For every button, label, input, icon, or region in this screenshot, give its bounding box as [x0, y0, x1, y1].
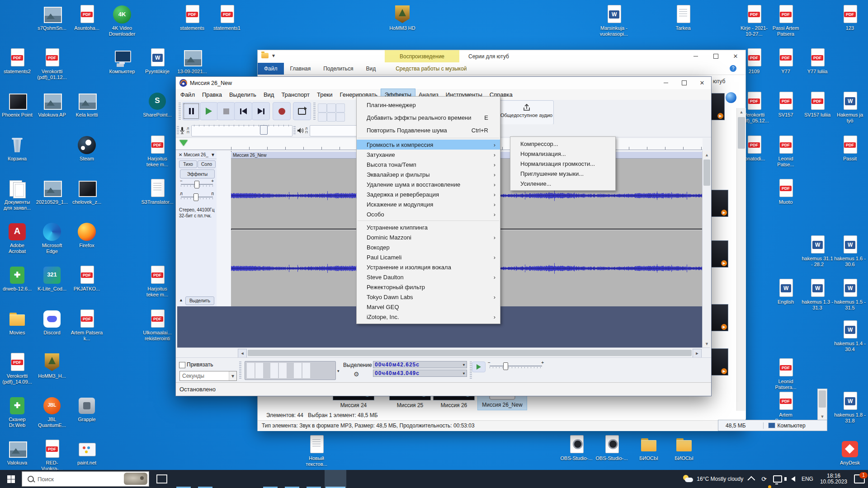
desktop-icon[interactable]: S3Translator... [140, 178, 175, 205]
desktop-icon[interactable]: Verokortti (pdf)_14.09... [0, 352, 34, 385]
desktop-icon[interactable]: chelovek_z... [70, 178, 104, 205]
desktop-icon[interactable]: 123 [833, 5, 867, 31]
taskbar-explorer[interactable] [173, 470, 194, 488]
toolbar-grip[interactable] [293, 126, 296, 135]
desktop-icon[interactable]: hakemus 1.6 - 30.6 [833, 235, 867, 267]
ribbon-tab[interactable]: Поделиться [317, 63, 359, 75]
desktop-icon[interactable]: PKJATKO... [70, 265, 104, 292]
desktop-icon[interactable]: Y77 [769, 48, 803, 75]
desktop-icon[interactable]: Steam [70, 135, 104, 162]
menu-item-repeat-noise-suppression[interactable]: Повторить Подавление шума Ctrl+R [357, 124, 500, 136]
taskbar-clock[interactable]: 18:16 10.05.2023 [816, 473, 851, 485]
desktop-icon[interactable]: Y77 luliia [800, 48, 835, 75]
submenu-item-auto-duck[interactable]: Приглушение музыки... [510, 169, 615, 178]
desktop-icon[interactable]: Harjoitus tekee m... [140, 135, 175, 168]
menu-item-volume-and-compression[interactable]: Громкость и компрессия › [357, 140, 500, 150]
desktop-icon[interactable]: Документы для заявл... [0, 178, 34, 211]
explorer-vertical-scrollbar[interactable]: ▲ ▼ [736, 108, 746, 419]
track-select-button[interactable]: Выделить [185, 296, 214, 305]
task-view-button[interactable] [151, 470, 173, 488]
desktop-icon[interactable]: paint.net [70, 439, 104, 466]
desktop-icon[interactable]: Artem Patsera k... [70, 309, 104, 342]
menu-item-eq-filters[interactable]: Эквалайзер и фильтры › [357, 169, 500, 179]
taskbar-steam[interactable] [259, 470, 281, 488]
menu-item-dominic-mazzoni[interactable]: Dominic Mazzoni › [357, 232, 500, 242]
effects-menu-item[interactable] [358, 138, 499, 138]
scrollbar-thumb[interactable] [738, 117, 745, 149]
desktop-icon[interactable]: Корзина [0, 135, 34, 162]
mute-button[interactable]: Тихо [179, 160, 197, 168]
selection-format-combo[interactable]: Секунды▾ [179, 371, 237, 381]
video-thumbnail[interactable] [711, 348, 728, 375]
desktop-icon[interactable]: HoMM3_H... [35, 352, 69, 379]
tray-expand-button[interactable] [746, 470, 758, 488]
pan-slider[interactable]: л п [179, 192, 215, 202]
selection-tool-icon[interactable] [318, 103, 327, 113]
desktop-icon[interactable]: hakemus 1.5 - 31.5 [833, 278, 867, 311]
desktop-icon[interactable]: s7QshmSn... [35, 5, 69, 31]
desktop-icon[interactable]: Valokuva AP [35, 91, 69, 118]
desktop-icon[interactable]: SharePoint... [140, 91, 175, 118]
taskbar-media-player[interactable] [238, 470, 259, 488]
video-thumbnail[interactable] [711, 190, 728, 217]
toolbar-grip[interactable] [177, 126, 179, 135]
submenu-item-compressor[interactable]: Компрессор... [510, 139, 615, 149]
gain-slider-thumb[interactable] [194, 181, 199, 188]
selection-settings-gear-icon[interactable]: ⚙ [354, 371, 359, 378]
desktop-icon[interactable]: Asuntoha... [70, 5, 104, 31]
track-menu-icon[interactable]: ▼ [211, 152, 215, 157]
video-thumbnail[interactable] [711, 240, 728, 267]
desktop-icon[interactable]: statements1 [210, 5, 244, 31]
globe-file-icon[interactable] [726, 92, 736, 103]
volume-icon[interactable] [785, 470, 798, 488]
minimize-button[interactable] [686, 50, 706, 62]
desktop-icon[interactable]: 13-09-2021... [175, 48, 209, 75]
desktop-icon[interactable]: Pyyntökirje [140, 48, 175, 75]
desktop-icon[interactable]: Tarkea [666, 5, 700, 31]
menu-item-noise-removal[interactable]: Удаление шума и восстановление › [357, 179, 500, 189]
qat-customize-icon[interactable]: ▾ [272, 52, 275, 59]
quick-access-toolbar[interactable]: ▾ [261, 52, 275, 59]
menu-item-distortion-modulation[interactable]: Искажение и модуляция › [357, 199, 500, 209]
solo-button[interactable]: Соло [198, 160, 216, 168]
submenu-item-amplify[interactable]: Усиление... [510, 178, 615, 188]
pause-button[interactable] [182, 102, 200, 120]
desktop-icon[interactable]: Hakemus ja työ [833, 91, 867, 124]
desktop-icon[interactable]: Ulkomaalai... rekisterointi [140, 309, 175, 342]
menubar-item[interactable]: Вид [260, 89, 278, 100]
maximize-button[interactable] [675, 77, 693, 89]
audio-position-display[interactable] [245, 361, 336, 380]
desktop-icon[interactable]: БИОСЫ [632, 435, 666, 461]
menubar-item[interactable]: Треки [313, 89, 336, 100]
track-header[interactable]: ✕ Миссия 26_ ▼ [177, 151, 217, 159]
menu-item-special[interactable]: Особо › [357, 209, 500, 219]
desktop-icon[interactable]: 20210529_1... [35, 178, 69, 205]
desktop-icon[interactable]: Passit [833, 135, 867, 162]
menubar-item[interactable]: Транспорт [278, 89, 313, 100]
menu-item-notch-filter[interactable]: Режекторный фильтр [357, 282, 500, 292]
desktop-icon[interactable]: Harjoitus tekee m... [140, 265, 175, 298]
menu-item-pitch-tempo[interactable]: Высота тона/Темп › [357, 160, 500, 169]
desktop-icon[interactable]: Компьютер [105, 48, 139, 75]
menu-item-fading[interactable]: Затухание › [357, 150, 500, 160]
desktop-icon[interactable]: AnyDesk [833, 439, 867, 466]
desktop-icon[interactable]: Leonid Patsera... [769, 358, 803, 390]
toolbar-grip[interactable] [179, 103, 181, 120]
skip-to-start-button[interactable] [234, 102, 252, 120]
menu-item-steve-daulton[interactable]: Steve Daulton › [357, 272, 500, 282]
vertical-scale-ruler[interactable] [217, 151, 231, 306]
desktop-icon[interactable]: English [769, 278, 803, 305]
menubar-item[interactable]: Выделить [226, 89, 260, 100]
desktop-icon[interactable]: SV157 [769, 91, 803, 118]
draw-tool-icon[interactable] [336, 103, 345, 113]
maximize-button[interactable] [706, 50, 726, 62]
taskbar-photoshop[interactable] [281, 470, 303, 488]
menu-item-delay-reverb[interactable]: Задержка и реверберация › [357, 189, 500, 199]
desktop-icon[interactable]: Kirje - 2021-10-27... [737, 5, 771, 37]
collapse-track-icon[interactable]: ▲ [179, 298, 183, 302]
menu-item-izotope[interactable]: iZotope, Inc. › [357, 312, 500, 322]
play-button[interactable] [200, 102, 218, 120]
search-highlight-image[interactable] [124, 473, 147, 485]
timeshift-tool-icon[interactable] [327, 113, 336, 122]
menu-item-paul-licameli[interactable]: Paul Licameli › [357, 252, 500, 262]
